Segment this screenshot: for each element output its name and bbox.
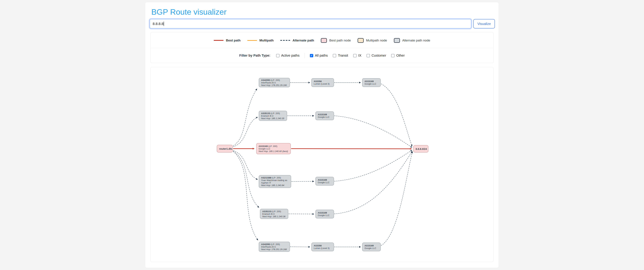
visualize-button[interactable]: Visualize: [473, 19, 495, 28]
filter-option-label: Active paths: [281, 54, 300, 57]
prefix-input[interactable]: 8.8.8.8: [150, 19, 471, 28]
node-as-number: AS42093: [261, 243, 270, 246]
graph-node-as15169[interactable]: AS15169Google LLC: [316, 111, 334, 120]
legend-item-multipath: Multipath: [247, 39, 274, 42]
checkbox-icon[interactable]: [366, 54, 370, 57]
app-card: BGP Route visualizer 8.8.8.8 Visualize B…: [145, 2, 499, 268]
node-org-line: Eranium B.V.: [261, 115, 285, 117]
node-org-line: Google LLC: [258, 147, 288, 150]
edge-r4a-to-r4b: [292, 181, 314, 182]
graph-node-as35133[interactable]: AS35133 (LP: 200)Eranium B.V.Next Hop: 1…: [259, 111, 287, 121]
filter-checkbox-transit[interactable]: Transit: [333, 54, 348, 57]
line-swatch: [214, 40, 224, 41]
graph-node-as35133[interactable]: AS35133 (LP: 200)Eranium B.V.Next Hop: 1…: [260, 209, 288, 219]
node-org-line: Lumen (Level 3): [314, 83, 332, 85]
filter-option-label: Other: [396, 54, 405, 57]
graph-node-as15169[interactable]: AS15169Google LLC: [316, 210, 334, 219]
edge-r5a-to-r5b: [288, 214, 314, 214]
path-type-filters: Filter by Path Type: Active paths✓All pa…: [151, 48, 493, 63]
node-swatch: [321, 38, 327, 43]
node-next-hop: Next Hop: 185.1.240.84: [261, 184, 289, 187]
node-as-number: AS35133: [261, 112, 270, 115]
node-as-number: AS15169: [364, 244, 374, 247]
graph-node-router[interactable]: router1.dtc: [217, 145, 233, 153]
edge-r6c-to-dest: [381, 152, 412, 246]
node-as-line: AS35133 (LP: 200): [261, 112, 285, 115]
node-org-line: Google LLC: [318, 214, 332, 217]
legend-item-alternate-path-node: Alternate path node: [394, 38, 430, 43]
dashed-line-swatch: [280, 40, 290, 41]
page-title: BGP Route visualizer: [151, 7, 226, 16]
checkbox-icon[interactable]: [353, 54, 356, 57]
node-org-line: Google LLC: [318, 116, 332, 118]
checkbox-icon[interactable]: [391, 54, 394, 57]
graph-node-dest[interactable]: 8.8.8.0/24: [413, 145, 428, 153]
node-org-line: Google LLC: [364, 83, 378, 85]
node-as-number: AS211588: [261, 176, 272, 179]
node-label: router1.dtc: [219, 147, 230, 150]
filter-option-label: Customer: [372, 54, 386, 57]
edge-r2b-to-dest: [334, 116, 412, 147]
node-next-hop: Next Hop: 185.1.240.60 (best): [258, 150, 288, 153]
node-as-line: AS42093 (LP: 200): [261, 79, 288, 81]
graph-node-as42093[interactable]: AS42093 (LP: 200)InterRacks B.V.Next Hop…: [259, 78, 290, 87]
legend-item-alternate-path: Alternate path: [280, 39, 314, 42]
node-swatch: [394, 38, 400, 43]
legend-item-multipath-node: Multipath node: [358, 38, 387, 43]
node-org-line: Google LLC: [318, 181, 332, 184]
node-next-hop: Next Hop: 185.1.240.35: [261, 117, 285, 120]
legend-node-label: Best path node: [329, 39, 351, 42]
node-as-number: AS15169: [364, 80, 374, 83]
legend: Best pathMultipathAlternate pathBest pat…: [151, 32, 493, 48]
checkbox-icon[interactable]: [276, 54, 280, 57]
graph-edges: [151, 67, 494, 262]
graph-node-as211588[interactable]: AS211588 (LP: 200)Yvan Watchman trading …: [259, 175, 291, 188]
node-org-line: InterRacks B.V.: [261, 246, 288, 248]
graph-node-as3356[interactable]: AS3356Lumen (Level 3): [311, 243, 334, 251]
edge-r1c-to-dest: [381, 84, 412, 146]
filter-checkbox-active-paths[interactable]: Active paths: [276, 54, 300, 57]
graph-node-as15169[interactable]: AS15169 (LP: 300)Google LLCNext Hop: 185…: [256, 143, 291, 154]
node-as-line: AS15169: [318, 113, 332, 116]
checkbox-icon[interactable]: [333, 54, 336, 57]
edge-router-to-r2a: [233, 117, 258, 147]
bgp-graph-canvas[interactable]: router1.dtc8.8.8.0/24AS15169 (LP: 300)Go…: [150, 67, 494, 262]
filter-checkbox-other[interactable]: Other: [391, 54, 405, 57]
legend-node-label: Multipath node: [366, 39, 387, 42]
graph-node-as15169[interactable]: AS15169Google LLC: [316, 177, 334, 186]
node-label: 8.8.8.0/24: [416, 148, 426, 150]
node-org-line: InterRacks B.V.: [261, 81, 288, 84]
node-as-number: AS3356: [314, 244, 322, 247]
graph-node-as3356[interactable]: AS3356Lumen (Level 3): [311, 78, 334, 87]
node-as-number: AS35133: [262, 210, 272, 213]
node-next-hop: Next Hop: 185.1.240.36: [262, 215, 286, 218]
edge-r4b-to-dest: [334, 150, 412, 181]
node-org-line: Lumen (Level 3): [314, 247, 332, 250]
node-as-line: AS15169: [364, 244, 378, 247]
graph-node-as15169[interactable]: AS15169Google LLC: [362, 243, 381, 251]
filter-checkbox-customer[interactable]: Customer: [366, 54, 386, 57]
node-as-line: AS35133 (LP: 200): [262, 210, 286, 213]
node-as-line: AS15169 (LP: 300): [258, 145, 288, 147]
node-swatch: [358, 38, 364, 43]
filter-checkbox-ix[interactable]: IX: [353, 54, 362, 57]
checkbox-checked-icon[interactable]: ✓: [310, 54, 313, 57]
edge-router-to-r4a: [233, 151, 258, 180]
edge-best15169-to-dest: [291, 149, 412, 149]
legend-line-label: Alternate path: [292, 39, 314, 42]
node-as-line: AS3356: [314, 244, 332, 247]
graph-node-as42093[interactable]: AS42093 (LP: 200)InterRacks B.V.Next Hop…: [259, 242, 290, 252]
legend-item-best-path: Best path: [214, 39, 240, 42]
node-as-line: AS15169: [364, 80, 378, 83]
filter-checkbox-all-paths[interactable]: ✓All paths: [310, 54, 328, 57]
node-as-number: AS15169: [318, 179, 327, 181]
filter-option-label: IX: [358, 54, 362, 57]
node-as-number: AS42093: [261, 79, 270, 81]
node-as-number: AS15169: [258, 145, 268, 147]
graph-node-as15169[interactable]: AS15169Google LLC: [362, 78, 381, 87]
text-caret: [164, 21, 164, 26]
node-as-line: AS42093 (LP: 200): [261, 243, 288, 246]
edge-router-to-r1a: [233, 89, 257, 146]
node-as-line: AS15169: [318, 212, 332, 214]
edge-router-to-r5a: [233, 151, 259, 208]
